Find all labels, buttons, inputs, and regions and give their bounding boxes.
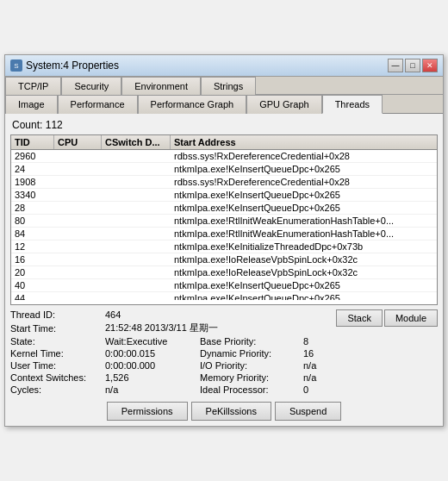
base-priority-label: Base Priority: [200,336,303,347]
cell-cswitch [102,215,171,227]
window-title: System:4 Properties [26,59,119,72]
tab-environment[interactable]: Environment [121,77,201,95]
cell-address: ntkmIpa.exe!KeInsertQueueDpc+0x265 [171,202,437,214]
cell-address: ntkmIpa.exe!KeInsertQueueDpc+0x265 [171,279,437,291]
cell-address: rdbss.sys!RxDereferenceCredential+0x28 [171,176,437,188]
memory-priority-value: n/a [303,372,331,383]
tab-threads[interactable]: Threads [322,95,383,114]
cell-cswitch [102,176,171,188]
cell-cpu [54,240,102,253]
col-address[interactable]: Start Address [171,135,437,149]
table-header: TID CPU CSwitch D... Start Address [11,135,437,150]
minimize-button[interactable]: — [388,59,403,72]
thread-id-value: 464 [105,309,331,320]
table-row[interactable]: 16 ntkmIpa.exe!IoReleaseVpbSpinLock+0x32… [11,253,437,266]
cell-cpu [54,228,102,240]
cycles-value: n/a [105,384,200,395]
cell-address: ntkmIpa.exe!IoReleaseVpbSpinLock+0x32c [171,266,437,278]
cell-cpu [54,279,102,291]
window-icon: S [10,59,22,72]
cell-cswitch [102,292,171,300]
io-priority-value: n/a [303,360,331,371]
cell-tid: 20 [11,266,54,278]
stack-module-buttons: Stack Module [336,309,438,327]
suspend-button[interactable]: Suspend [275,402,341,421]
col-cpu[interactable]: CPU [54,135,102,149]
tabs-row2: Image Performance Performance Graph GPU … [5,95,443,114]
cell-address: ntkmIpa.exe!RtlInitWeakEnumerationHashTa… [171,228,437,240]
tab-tcp-ip[interactable]: TCP/IP [5,77,61,95]
cell-tid: 44 [11,292,54,300]
cell-cswitch [102,202,171,214]
count-value: 112 [46,119,63,131]
cycles-row: Cycles: n/a Ideal Processor: 0 [10,384,331,395]
tab-image[interactable]: Image [5,95,58,114]
cell-cpu [54,292,102,300]
module-button[interactable]: Module [384,309,438,327]
table-row[interactable]: 20 ntkmIpa.exe!IoReleaseVpbSpinLock+0x32… [11,266,437,279]
cell-tid: 1908 [11,176,54,188]
tab-strings[interactable]: Strings [201,77,256,95]
cell-cswitch [102,163,171,175]
count-line: Count: 112 [10,119,438,131]
kernel-time-value: 0:00:00.015 [105,348,200,359]
user-time-label: User Time: [10,360,105,371]
context-switches-value: 1,526 [105,372,200,383]
tab-performance[interactable]: Performance [58,95,138,114]
table-row[interactable]: 80 ntkmIpa.exe!RtlInitWeakEnumerationHas… [11,215,437,228]
col-cswitch[interactable]: CSwitch D... [102,135,171,149]
cell-address: rdbss.sys!RxDereferenceCredential+0x28 [171,150,437,162]
cell-cpu [54,215,102,227]
action-buttons-row: Permissions PeKillssions Suspend [10,402,438,421]
cell-tid: 40 [11,279,54,291]
base-priority-value: 8 [303,336,331,347]
permissions-button[interactable]: Permissions [107,402,188,421]
tab-gpu-graph[interactable]: GPU Graph [246,95,321,114]
kernel-time-label: Kernel Time: [10,348,105,359]
table-row[interactable]: 44 ntkmIpa.exe!KeInsertQueueDpc+0x265 [11,292,437,300]
maximize-button[interactable]: □ [405,59,420,72]
tab-performance-graph[interactable]: Performance Graph [138,95,247,114]
cell-tid: 28 [11,202,54,214]
ideal-processor-label: Ideal Processor: [200,384,303,395]
count-label: Count: [12,119,42,131]
cell-cpu [54,253,102,265]
tab-security[interactable]: Security [61,77,121,95]
table-row[interactable]: 84 ntkmIpa.exe!RtlInitWeakEnumerationHas… [11,228,437,240]
table-row[interactable]: 24 ntkmIpa.exe!KeInsertQueueDpc+0x265 [11,163,437,176]
user-time-value: 0:00:00.000 [105,360,200,371]
dynamic-priority-value: 16 [303,348,331,359]
tabs-row1: TCP/IP Security Environment Strings [5,77,443,95]
start-time-row: Start Time: 21:52:48 2013/3/11 星期一 [10,322,331,334]
cell-cswitch [102,189,171,201]
close-button[interactable]: ✕ [422,59,438,72]
cell-cpu [54,202,102,214]
state-row: State: Wait:Executive Base Priority: 8 [10,336,331,347]
col-tid[interactable]: TID [11,135,54,149]
cell-address: ntkmIpa.exe!KeInitializeThreadedDpc+0x73… [171,240,437,253]
title-bar: S System:4 Properties — □ ✕ [5,55,443,77]
table-row[interactable]: 3340 ntkmIpa.exe!KeInsertQueueDpc+0x265 [11,189,437,202]
kill-button[interactable]: PeKillssions [191,402,271,421]
table-row[interactable]: 2960 rdbss.sys!RxDereferenceCredential+0… [11,150,437,163]
table-row[interactable]: 1908 rdbss.sys!RxDereferenceCredential+0… [11,176,437,189]
table-row[interactable]: 40 ntkmIpa.exe!KeInsertQueueDpc+0x265 [11,279,437,292]
cell-tid: 16 [11,253,54,265]
title-bar-left: S System:4 Properties [10,59,119,72]
start-time-label: Start Time: [10,323,105,334]
kernel-time-row: Kernel Time: 0:00:00.015 Dynamic Priorit… [10,348,331,359]
cell-cpu [54,163,102,175]
table-row[interactable]: 28 ntkmIpa.exe!KeInsertQueueDpc+0x265 [11,202,437,215]
thread-id-label: Thread ID: [10,309,105,320]
cell-tid: 12 [11,240,54,253]
cell-cswitch [102,228,171,240]
cell-cpu [54,266,102,278]
cell-address: ntkmIpa.exe!IoReleaseVpbSpinLock+0x32c [171,253,437,265]
cell-tid: 84 [11,228,54,240]
table-body: 2960 rdbss.sys!RxDereferenceCredential+0… [11,150,437,300]
cell-tid: 2960 [11,150,54,162]
stack-button[interactable]: Stack [336,309,383,327]
table-row[interactable]: 12 ntkmIpa.exe!KeInitializeThreadedDpc+0… [11,240,437,253]
state-value: Wait:Executive [105,336,200,347]
start-time-value: 21:52:48 2013/3/11 星期一 [105,322,331,334]
